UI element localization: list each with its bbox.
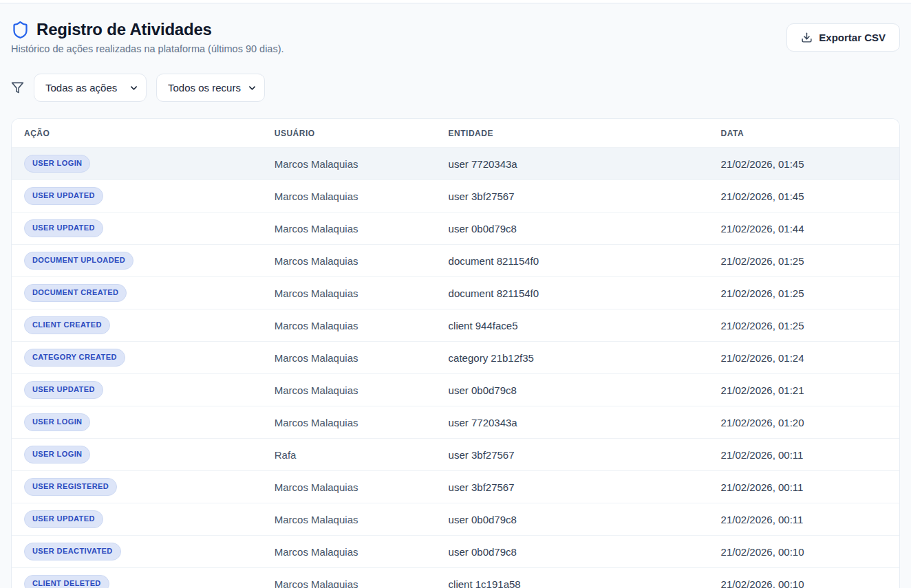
user-cell: Marcos Malaquias (262, 309, 436, 342)
table-row: USER DEACTIVATED Marcos Malaquias user 0… (12, 536, 899, 568)
action-cell: DOCUMENT CREATED (12, 277, 262, 309)
activity-log-page: Registro de Atividades Histórico de açõe… (0, 20, 911, 588)
user-cell: Marcos Malaquias (262, 374, 436, 406)
action-badge: DOCUMENT CREATED (24, 284, 127, 301)
export-csv-button[interactable]: Exportar CSV (786, 23, 900, 52)
date-cell: 21/02/2026, 01:20 (709, 406, 899, 439)
action-cell: CLIENT DELETED (12, 568, 262, 588)
user-cell: Marcos Malaquias (262, 536, 436, 568)
user-cell: Marcos Malaquias (262, 568, 436, 588)
entity-cell: user 0b0d79c8 (436, 503, 709, 536)
table-row: USER LOGIN Rafa user 3bf27567 21/02/2026… (12, 439, 899, 471)
user-cell: Marcos Malaquias (262, 503, 436, 536)
page-title: Registro de Atividades (36, 20, 212, 39)
page-header: Registro de Atividades Histórico de açõe… (11, 20, 900, 54)
resource-filter-wrap: Todos os recursos (156, 74, 265, 102)
table-row: CLIENT DELETED Marcos Malaquias client 1… (12, 568, 899, 588)
date-cell: 21/02/2026, 01:25 (709, 309, 899, 342)
user-cell: Marcos Malaquias (262, 471, 436, 503)
table-row: USER UPDATED Marcos Malaquias user 0b0d7… (12, 213, 899, 245)
action-cell: USER REGISTERED (12, 471, 262, 503)
column-header-action: AÇÃO (12, 119, 262, 148)
date-cell: 21/02/2026, 01:21 (709, 374, 899, 406)
table-row: DOCUMENT UPLOADED Marcos Malaquias docum… (12, 245, 899, 277)
entity-cell: client 1c191a58 (436, 568, 709, 588)
entity-cell: user 3bf27567 (436, 439, 709, 471)
date-cell: 21/02/2026, 00:11 (709, 471, 899, 503)
entity-cell: client 944face5 (436, 309, 709, 342)
date-cell: 21/02/2026, 00:11 (709, 439, 899, 471)
column-header-date: DATA (709, 119, 899, 148)
action-badge: CLIENT CREATED (24, 316, 110, 334)
action-cell: USER DEACTIVATED (12, 536, 262, 568)
table-row: DOCUMENT CREATED Marcos Malaquias docume… (12, 277, 899, 309)
table-row: USER REGISTERED Marcos Malaquias user 3b… (12, 471, 899, 503)
export-csv-label: Exportar CSV (819, 32, 886, 43)
action-badge: USER REGISTERED (24, 478, 117, 495)
date-cell: 21/02/2026, 01:45 (709, 148, 899, 180)
action-badge: USER LOGIN (24, 155, 90, 172)
table-row: USER LOGIN Marcos Malaquias user 7720343… (12, 148, 899, 180)
date-cell: 21/02/2026, 01:45 (709, 180, 899, 213)
action-badge: DOCUMENT UPLOADED (24, 252, 133, 269)
user-cell: Marcos Malaquias (262, 213, 436, 245)
action-badge: CATEGORY CREATED (24, 349, 125, 366)
top-navbar-edge (0, 0, 911, 3)
table-row: CLIENT CREATED Marcos Malaquias client 9… (12, 309, 899, 342)
resource-filter-select[interactable]: Todos os recursos (156, 74, 265, 102)
activity-table-body: USER LOGIN Marcos Malaquias user 7720343… (12, 148, 899, 588)
entity-cell: user 0b0d79c8 (436, 213, 709, 245)
table-row: USER UPDATED Marcos Malaquias user 3bf27… (12, 180, 899, 213)
table-header-row: AÇÃO USUÁRIO ENTIDADE DATA (12, 119, 899, 148)
filters-bar: Todas as ações Todos os recursos (11, 74, 900, 102)
funnel-icon (11, 81, 24, 94)
action-cell: USER LOGIN (12, 406, 262, 439)
page-subtitle: Histórico de ações realizadas na platafo… (11, 43, 284, 54)
entity-cell: document 821154f0 (436, 245, 709, 277)
entity-cell: user 3bf27567 (436, 471, 709, 503)
activity-table-card: AÇÃO USUÁRIO ENTIDADE DATA USER LOGIN Ma… (11, 118, 900, 588)
user-cell: Rafa (262, 439, 436, 471)
entity-cell: user 0b0d79c8 (436, 536, 709, 568)
action-badge: USER DEACTIVATED (24, 543, 121, 560)
entity-cell: category 21b12f35 (436, 342, 709, 374)
date-cell: 21/02/2026, 00:10 (709, 536, 899, 568)
date-cell: 21/02/2026, 01:25 (709, 245, 899, 277)
action-cell: USER UPDATED (12, 213, 262, 245)
action-cell: USER LOGIN (12, 439, 262, 471)
entity-cell: user 0b0d79c8 (436, 374, 709, 406)
shield-icon (11, 21, 30, 39)
action-cell: CLIENT CREATED (12, 309, 262, 342)
action-badge: USER UPDATED (24, 381, 103, 398)
action-cell: USER UPDATED (12, 374, 262, 406)
user-cell: Marcos Malaquias (262, 406, 436, 439)
column-header-user: USUÁRIO (262, 119, 436, 148)
action-badge: USER LOGIN (24, 446, 90, 463)
table-row: USER UPDATED Marcos Malaquias user 0b0d7… (12, 503, 899, 536)
column-header-entity: ENTIDADE (436, 119, 709, 148)
entity-cell: user 7720343a (436, 148, 709, 180)
table-row: USER UPDATED Marcos Malaquias user 0b0d7… (12, 374, 899, 406)
date-cell: 21/02/2026, 00:10 (709, 568, 899, 588)
date-cell: 21/02/2026, 01:24 (709, 342, 899, 374)
action-cell: USER LOGIN (12, 148, 262, 180)
user-cell: Marcos Malaquias (262, 180, 436, 213)
table-row: CATEGORY CREATED Marcos Malaquias catego… (12, 342, 899, 374)
action-filter-wrap: Todas as ações (34, 74, 147, 102)
user-cell: Marcos Malaquias (262, 245, 436, 277)
action-cell: DOCUMENT UPLOADED (12, 245, 262, 277)
action-cell: USER UPDATED (12, 503, 262, 536)
user-cell: Marcos Malaquias (262, 342, 436, 374)
action-badge: USER UPDATED (24, 510, 103, 527)
date-cell: 21/02/2026, 01:25 (709, 277, 899, 309)
date-cell: 21/02/2026, 00:11 (709, 503, 899, 536)
action-badge: USER UPDATED (24, 219, 103, 237)
page-header-left: Registro de Atividades Histórico de açõe… (11, 20, 284, 54)
entity-cell: user 3bf27567 (436, 180, 709, 213)
entity-cell: user 7720343a (436, 406, 709, 439)
action-cell: CATEGORY CREATED (12, 342, 262, 374)
action-badge: USER LOGIN (24, 413, 90, 431)
action-filter-select[interactable]: Todas as ações (34, 74, 147, 102)
date-cell: 21/02/2026, 01:44 (709, 213, 899, 245)
user-cell: Marcos Malaquias (262, 277, 436, 309)
